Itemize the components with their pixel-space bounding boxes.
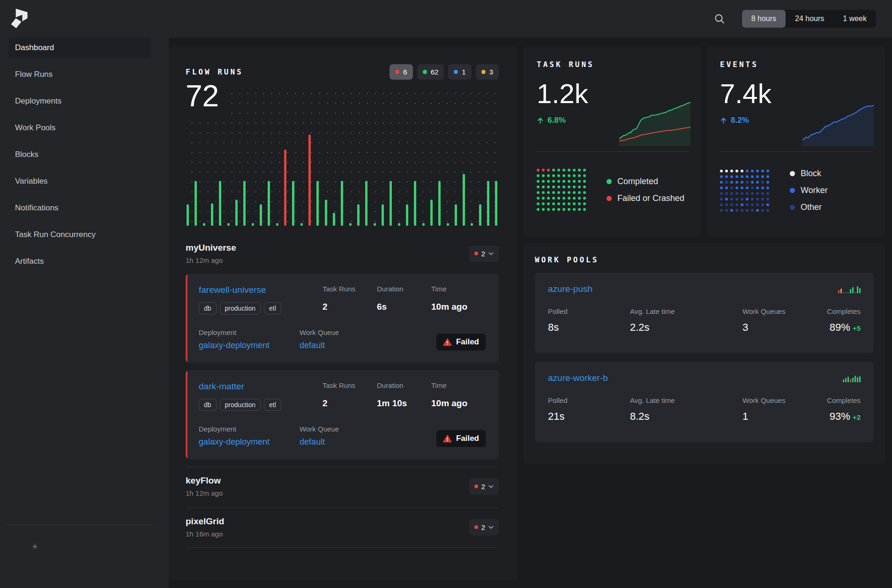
flow-group-count-badge[interactable]: 2 [469,246,499,262]
work-pools-title: WORK POOLS [535,255,874,264]
mini-bar [859,288,861,293]
sidebar-item-variables[interactable]: Variables [8,171,151,192]
flow-group-header: pixelGrid1h 16m ago2 [186,508,499,543]
mini-bar [845,378,847,382]
grid-dot [583,202,586,205]
task-runs-sparkline [619,99,690,146]
stat-label: Work Queues [742,396,827,404]
badge-count: 2 [481,523,485,531]
work-queue-field: Work Queuedefault [300,328,339,350]
grid-dot [537,191,540,194]
events-card: EVENTS 7.4k 8.2% BlockWorkerOther [707,47,885,237]
grid-dot [751,198,754,201]
grid-dot [746,175,749,178]
time-range-8-hours[interactable]: 8 hours [742,10,786,28]
sidebar-item-task-run-concurrency[interactable]: Task Run Concurrency [8,224,151,245]
time-range-1-week[interactable]: 1 week [833,10,876,28]
work-pool-link[interactable]: azure-push [548,284,592,294]
grid-dot [557,180,560,183]
up-arrow-icon [720,117,727,124]
chevron-down-icon [488,252,494,255]
flow-group-info: pixelGrid1h 16m ago [186,516,224,538]
flow-group-count-badge[interactable]: 2 [469,519,499,536]
flow-group-header: keyFlow1h 12m ago2 [186,467,499,503]
sidebar-item-deployments[interactable]: Deployments [8,91,151,112]
pool-stat-work-queues: Work Queues3 [742,307,827,334]
grid-dot [720,186,723,189]
chart-bar [260,204,262,226]
flow-group-count-badge[interactable]: 2 [469,478,499,495]
stat-label: Completes [827,396,861,404]
work-pool-link[interactable]: azure-worker-b [548,373,608,383]
flow-group-info: keyFlow1h 12m ago [186,476,223,497]
search-button[interactable] [713,12,726,25]
flow-run-link[interactable]: farewell-universe [199,285,266,295]
grid-dot [735,198,738,201]
grid-dot [766,203,769,206]
flow-run-card-dark-matter[interactable]: dark-matterdbproductionetlTask Runs2Dura… [186,370,499,459]
run-stat-time: Time10m ago [431,381,486,411]
grid-dot [720,192,723,195]
work-pool-stats: Polled21sAvg. Late time8.2sWork Queues1C… [548,396,861,423]
flow-run-card-farewell-universe[interactable]: farewell-universedbproductionetlTask Run… [186,274,499,363]
grid-dot [547,191,550,194]
chart-bar [292,181,294,226]
grid-dot [756,170,759,172]
work-queue-field: Work Queuedefault [300,425,339,447]
grid-dot [751,181,754,184]
filter-badge-3[interactable]: 3 [476,64,499,80]
deployment-link[interactable]: galaxy-deployment [199,341,270,350]
run-tags: dbproductionetl [199,399,322,411]
flow-run-link[interactable]: dark-matter [199,381,244,392]
flow-group-time: 1h 12m ago [186,489,223,497]
grid-dot [552,169,555,171]
deployment-link[interactable]: galaxy-deployment [199,437,270,447]
grid-dot [766,198,769,201]
grid-dot [578,169,581,171]
grid-dot [547,208,550,211]
flow-runs-bar-chart [186,84,499,226]
sidebar-item-artifacts[interactable]: Artifacts [8,251,151,272]
sidebar-item-flow-runs[interactable]: Flow Runs [8,64,151,85]
filter-badge-62[interactable]: 62 [417,64,444,80]
stat-value: 2 [322,302,377,312]
prefect-logo[interactable] [10,7,29,29]
grid-dot [735,209,738,212]
time-range-24-hours[interactable]: 24 hours [786,10,833,28]
sidebar-item-dashboard[interactable]: Dashboard [8,37,151,58]
grid-dot [725,175,728,178]
grid-dot [557,191,560,194]
deployment-field: Deploymentgalaxy-deployment [199,328,270,350]
failed-state-stripe [186,274,187,363]
sidebar-item-work-pools[interactable]: Work Pools [8,118,151,138]
grid-dot [725,186,728,189]
grid-dot [552,197,555,200]
status-dot [474,484,478,488]
grid-dot [578,208,581,211]
grid-dot [542,169,545,171]
sidebar-item-notifications[interactable]: Notifications [8,198,151,218]
mini-bar [855,292,856,293]
state-label: Failed [456,337,479,347]
work-queue-link[interactable]: default [300,341,325,350]
tag-production: production [220,399,261,411]
sidebar-item-blocks[interactable]: Blocks [8,144,151,165]
divider [537,151,689,152]
work-pool-card-azure-push: azure-pushPolled8sAvg. Late time2.2sWork… [535,273,874,353]
grid-dot [568,174,570,177]
filter-badge-6[interactable]: 6 [390,64,412,80]
grid-dot [552,202,555,205]
grid-dot [557,202,560,205]
stat-value: 1 [742,410,827,423]
grid-dot [756,203,759,206]
stat-value: 3 [742,321,827,334]
chart-bar [341,181,343,226]
chart-bar [495,181,497,226]
filter-badge-1[interactable]: 1 [448,64,471,80]
chart-bar [211,203,213,226]
chart-bar [382,204,384,226]
grid-dot [583,174,586,177]
work-queue-link[interactable]: default [300,437,325,447]
stat-label: Work Queues [742,307,827,315]
grid-dot [552,180,555,183]
